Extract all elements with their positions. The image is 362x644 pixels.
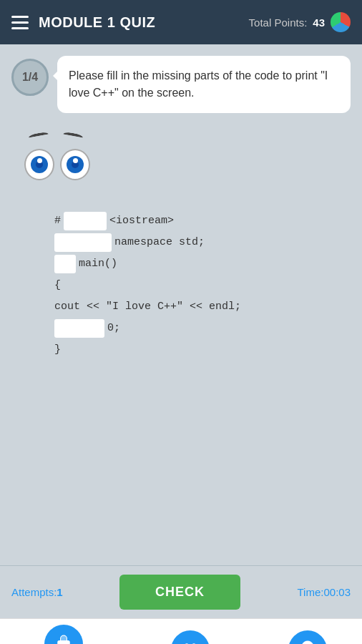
code-line-3: main() — [54, 253, 336, 275]
attempts-value: 1 — [57, 586, 62, 598]
attempts-label: Attempts: — [11, 586, 57, 598]
friends-icon — [180, 639, 201, 645]
code-zero: 0; — [107, 318, 120, 339]
header-left: MODULE 1 QUIZ — [11, 14, 155, 31]
character-area — [11, 127, 351, 192]
time-display: Time:00:03 — [298, 586, 351, 598]
total-points-label: Total Points: — [249, 16, 308, 29]
code-namespace: namespace std; — [114, 232, 205, 253]
eye-left — [24, 149, 54, 180]
code-cout: cout << "I love C++" << endl; — [54, 296, 241, 318]
code-input-using[interactable] — [54, 233, 112, 252]
code-line-1: # <iostream> — [54, 210, 336, 232]
code-line-2: namespace std; — [54, 232, 336, 253]
header-right: Total Points: 43 — [249, 12, 351, 32]
footer: UnlockAnswer10 Ask Friends f Hint 5 — [0, 618, 362, 644]
code-input-int[interactable] — [54, 255, 76, 273]
code-line-7: } — [54, 339, 336, 361]
main-content: 1/4 Please fill in the missing parts of … — [0, 44, 362, 565]
eyebrow-right — [63, 132, 84, 141]
code-line-5: cout << "I love C++" << endl; — [54, 296, 336, 318]
speech-bubble: Please fill in the missing parts of the … — [57, 56, 351, 113]
eye-right — [60, 149, 90, 180]
pupil-shine-left — [37, 158, 42, 163]
unlock-icon-circle — [44, 625, 83, 644]
code-close-brace: } — [54, 339, 61, 361]
points-icon — [331, 12, 351, 32]
action-bar: Attempts:1 CHECK Time:00:03 — [0, 565, 362, 618]
ask-friends-button[interactable]: Ask Friends f — [162, 630, 217, 645]
hint-button[interactable]: Hint 5 — [288, 630, 327, 644]
eyebrow-left — [29, 132, 49, 141]
question-text: Please fill in the missing parts of the … — [69, 69, 328, 99]
app-header: MODULE 1 QUIZ Total Points: 43 — [0, 0, 362, 44]
hint-icon-circle — [288, 630, 327, 644]
menu-button[interactable] — [11, 16, 29, 29]
time-value: 00:03 — [323, 586, 351, 598]
code-main: main() — [79, 253, 117, 275]
code-line-4: { — [54, 275, 336, 296]
code-input-return[interactable] — [54, 319, 104, 338]
code-line-6: 0; — [54, 318, 336, 339]
code-iostream: <iostream> — [109, 210, 174, 232]
character — [19, 127, 97, 192]
unlock-icon — [53, 633, 74, 644]
total-points-value: 43 — [313, 16, 325, 29]
pupil-shine-right — [73, 158, 78, 163]
step-badge: 1/4 — [11, 59, 49, 96]
code-open-brace: { — [54, 275, 61, 296]
code-hash: # — [54, 210, 61, 232]
check-button[interactable]: CHECK — [119, 575, 240, 610]
attempts-display: Attempts:1 — [11, 586, 63, 598]
header-title: MODULE 1 QUIZ — [39, 14, 155, 31]
lightbulb-icon — [297, 639, 318, 644]
unlock-answer-button[interactable]: UnlockAnswer10 — [35, 625, 92, 644]
time-label: Time: — [298, 586, 324, 598]
code-block: # <iostream> namespace std; main() { cou… — [11, 203, 351, 368]
question-area: 1/4 Please fill in the missing parts of … — [11, 56, 351, 113]
ask-friends-icon-circle — [171, 630, 210, 645]
code-input-include[interactable] — [64, 212, 107, 230]
